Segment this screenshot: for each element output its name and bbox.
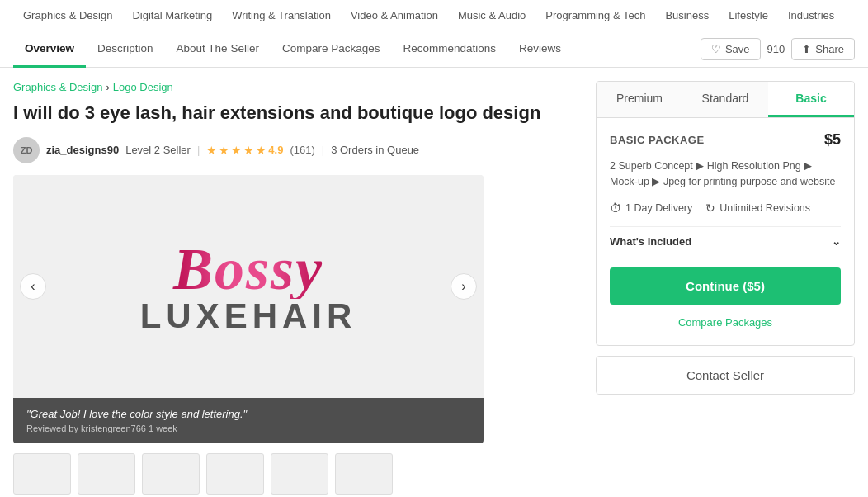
nav-music-audio[interactable]: Music & Audio bbox=[448, 0, 535, 31]
nav-business[interactable]: Business bbox=[655, 0, 719, 31]
left-column: Graphics & Design › Logo Design I will d… bbox=[13, 81, 576, 497]
compare-packages-button[interactable]: Compare Packages bbox=[610, 313, 841, 332]
right-column: Premium Standard Basic BASIC PACKAGE $5 … bbox=[596, 81, 855, 497]
heart-icon: ♡ bbox=[711, 43, 721, 55]
nav-graphics-design[interactable]: Graphics & Design bbox=[13, 0, 122, 31]
contact-seller-button[interactable]: Contact Seller bbox=[597, 357, 854, 394]
tab-reviews[interactable]: Reviews bbox=[507, 31, 573, 68]
chevron-down-icon: ⌄ bbox=[832, 235, 841, 248]
sub-nav-links: Overview Description About The Seller Co… bbox=[13, 31, 573, 68]
tab-compare-packages[interactable]: Compare Packages bbox=[271, 31, 392, 68]
sub-nav-actions: ♡ Save 910 ⬆ Share bbox=[701, 38, 855, 60]
package-box: Premium Standard Basic BASIC PACKAGE $5 … bbox=[596, 81, 855, 346]
package-tabs: Premium Standard Basic bbox=[597, 82, 854, 118]
thumbnail-strip bbox=[13, 450, 576, 497]
logo-bossy-text: Bossy bbox=[140, 239, 357, 299]
testimonial-reviewer: Reviewed by kristengreen766 1 week bbox=[26, 424, 470, 433]
sub-navigation: Overview Description About The Seller Co… bbox=[0, 31, 868, 68]
orders-queue: 3 Orders in Queue bbox=[331, 144, 419, 156]
nav-programming-tech[interactable]: Programming & Tech bbox=[535, 0, 655, 31]
nav-video-animation[interactable]: Video & Animation bbox=[341, 0, 448, 31]
save-button[interactable]: ♡ Save bbox=[701, 38, 761, 60]
share-button[interactable]: ⬆ Share bbox=[791, 38, 855, 60]
nav-digital-marketing[interactable]: Digital Marketing bbox=[122, 0, 222, 31]
main-content: Graphics & Design › Logo Design I will d… bbox=[0, 68, 868, 497]
gig-title: I will do 3 eye lash, hair extensions an… bbox=[13, 102, 576, 125]
refresh-icon: ↻ bbox=[705, 201, 715, 215]
review-count: (161) bbox=[290, 144, 314, 156]
thumbnail-6[interactable] bbox=[335, 453, 393, 495]
tab-recommendations[interactable]: Recommendations bbox=[391, 31, 507, 68]
image-slider: ‹ Bossy LUXEHAIR › "Great Job! I love th… bbox=[13, 175, 484, 443]
star-3: ★ bbox=[231, 144, 242, 157]
breadcrumb-parent[interactable]: Graphics & Design bbox=[13, 81, 102, 93]
logo-luxehair-text: LUXEHAIR bbox=[140, 299, 357, 334]
tab-overview[interactable]: Overview bbox=[13, 31, 86, 68]
thumbnail-4[interactable] bbox=[206, 453, 264, 495]
seller-level: Level 2 Seller bbox=[125, 144, 191, 156]
tab-premium[interactable]: Premium bbox=[597, 82, 682, 117]
divider-2: | bbox=[322, 144, 324, 156]
divider: | bbox=[197, 144, 200, 156]
save-label: Save bbox=[725, 43, 750, 55]
delivery-label: 1 Day Delivery bbox=[625, 202, 692, 214]
continue-button[interactable]: Continue ($5) bbox=[610, 267, 841, 305]
revisions-info: ↻ Unlimited Revisions bbox=[705, 201, 810, 215]
save-count: 910 bbox=[767, 43, 785, 55]
slider-prev-button[interactable]: ‹ bbox=[20, 273, 46, 300]
seller-name[interactable]: zia_designs90 bbox=[46, 144, 119, 156]
package-header: BASIC PACKAGE $5 bbox=[610, 131, 841, 149]
package-name: BASIC PACKAGE bbox=[610, 134, 705, 146]
slider-next-button[interactable]: › bbox=[451, 273, 477, 300]
slider-main-image: ‹ Bossy LUXEHAIR › bbox=[13, 175, 484, 398]
whats-included-label: What's Included bbox=[610, 235, 691, 248]
testimonial-overlay: "Great Job! I love the color style and l… bbox=[13, 398, 484, 443]
breadcrumb-child[interactable]: Logo Design bbox=[113, 81, 173, 93]
logo-design-preview: Bossy LUXEHAIR bbox=[124, 223, 374, 350]
nav-industries[interactable]: Industries bbox=[778, 0, 844, 31]
avatar: ZD bbox=[13, 137, 40, 163]
breadcrumb-separator: › bbox=[106, 81, 109, 93]
star-4: ★ bbox=[243, 144, 254, 157]
delivery-info: ⏱ 1 Day Delivery bbox=[610, 201, 692, 215]
seller-info: ZD zia_designs90 Level 2 Seller | ★ ★ ★ … bbox=[13, 137, 576, 163]
clock-icon: ⏱ bbox=[610, 201, 621, 215]
share-icon: ⬆ bbox=[802, 43, 811, 55]
breadcrumb: Graphics & Design › Logo Design bbox=[13, 81, 576, 93]
revisions-label: Unlimited Revisions bbox=[719, 202, 810, 214]
package-content: BASIC PACKAGE $5 2 Superb Concept ▶ High… bbox=[597, 118, 854, 345]
testimonial-text: "Great Job! I love the color style and l… bbox=[26, 408, 470, 420]
top-navigation: Graphics & Design Digital Marketing Writ… bbox=[0, 0, 868, 31]
package-description: 2 Superb Concept ▶ High Resolution Png ▶… bbox=[610, 159, 841, 190]
tab-description[interactable]: Description bbox=[86, 31, 165, 68]
nav-writing-translation[interactable]: Writing & Translation bbox=[222, 0, 341, 31]
star-5: ★ bbox=[256, 144, 267, 157]
rating-number: 4.9 bbox=[268, 144, 283, 156]
package-meta: ⏱ 1 Day Delivery ↻ Unlimited Revisions bbox=[610, 201, 841, 215]
tab-basic[interactable]: Basic bbox=[768, 82, 854, 117]
share-label: Share bbox=[815, 43, 844, 55]
contact-seller-box: Contact Seller bbox=[596, 356, 855, 395]
star-2: ★ bbox=[219, 144, 229, 157]
tab-about-seller[interactable]: About The Seller bbox=[165, 31, 271, 68]
tab-standard[interactable]: Standard bbox=[682, 82, 768, 117]
star-rating: ★ ★ ★ ★ ★ 4.9 bbox=[206, 144, 283, 157]
thumbnail-3[interactable] bbox=[142, 453, 200, 495]
package-price: $5 bbox=[824, 131, 841, 149]
nav-lifestyle[interactable]: Lifestyle bbox=[719, 0, 778, 31]
thumbnail-2[interactable] bbox=[78, 453, 135, 495]
whats-included-toggle[interactable]: What's Included ⌄ bbox=[610, 226, 841, 256]
thumbnail-5[interactable] bbox=[271, 453, 328, 495]
star-1: ★ bbox=[206, 144, 217, 157]
thumbnail-1[interactable] bbox=[13, 453, 71, 495]
